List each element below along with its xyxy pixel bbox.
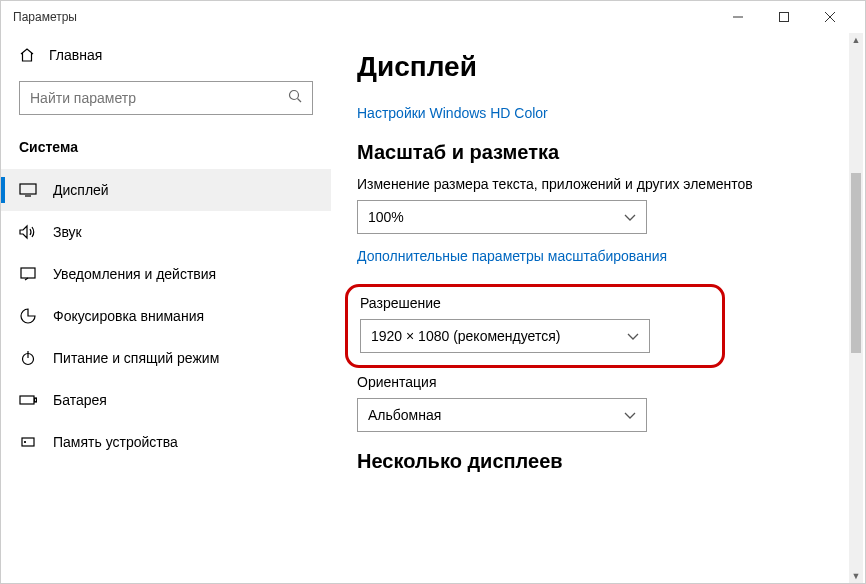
search-icon	[288, 89, 302, 107]
sidebar-item-label: Питание и спящий режим	[53, 350, 219, 366]
sidebar-item-label: Память устройства	[53, 434, 178, 450]
search-input[interactable]	[30, 90, 288, 106]
sidebar-item-label: Фокусировка внимания	[53, 308, 204, 324]
svg-point-4	[290, 91, 299, 100]
sidebar-section-label: Система	[1, 133, 331, 169]
main-panel: Дисплей Настройки Windows HD Color Масшт…	[331, 33, 865, 583]
svg-rect-1	[780, 13, 789, 22]
scrollbar-up-icon[interactable]: ▲	[849, 33, 863, 47]
resolution-label: Разрешение	[360, 295, 710, 311]
sidebar-item-power[interactable]: Питание и спящий режим	[1, 337, 331, 379]
scale-label: Изменение размера текста, приложений и д…	[357, 176, 825, 192]
scale-value: 100%	[368, 209, 404, 225]
scrollbar-down-icon[interactable]: ▼	[849, 569, 863, 583]
chevron-down-icon	[624, 407, 636, 423]
svg-rect-6	[20, 184, 36, 194]
maximize-button[interactable]	[761, 1, 807, 33]
chevron-down-icon	[627, 328, 639, 344]
sidebar-item-storage[interactable]: Память устройства	[1, 421, 331, 463]
sidebar-item-display[interactable]: Дисплей	[1, 169, 331, 211]
sidebar-item-notifications[interactable]: Уведомления и действия	[1, 253, 331, 295]
sidebar-item-sound[interactable]: Звук	[1, 211, 331, 253]
advanced-scale-link[interactable]: Дополнительные параметры масштабирования	[357, 248, 825, 264]
sidebar-item-label: Звук	[53, 224, 82, 240]
scale-dropdown[interactable]: 100%	[357, 200, 647, 234]
close-button[interactable]	[807, 1, 853, 33]
resolution-highlight: Разрешение 1920 × 1080 (рекомендуется)	[345, 284, 725, 368]
orientation-dropdown[interactable]: Альбомная	[357, 398, 647, 432]
battery-icon	[19, 391, 37, 409]
svg-rect-11	[20, 396, 34, 404]
orientation-value: Альбомная	[368, 407, 441, 423]
svg-rect-13	[22, 438, 34, 446]
sidebar-item-label: Дисплей	[53, 182, 109, 198]
orientation-label: Ориентация	[357, 374, 825, 390]
scale-heading: Масштаб и разметка	[357, 141, 825, 164]
home-label: Главная	[49, 47, 102, 63]
notifications-icon	[19, 265, 37, 283]
multi-display-heading: Несколько дисплеев	[357, 450, 825, 473]
sound-icon	[19, 223, 37, 241]
chevron-down-icon	[624, 209, 636, 225]
sidebar: Главная Система Дисплей	[1, 33, 331, 583]
page-title: Дисплей	[357, 51, 825, 83]
sidebar-item-label: Батарея	[53, 392, 107, 408]
storage-icon	[19, 433, 37, 451]
svg-point-14	[25, 442, 26, 443]
display-icon	[19, 181, 37, 199]
home-link[interactable]: Главная	[1, 37, 331, 77]
minimize-button[interactable]	[715, 1, 761, 33]
svg-rect-8	[21, 268, 35, 278]
hd-color-link[interactable]: Настройки Windows HD Color	[357, 105, 825, 121]
svg-line-5	[298, 99, 302, 103]
sidebar-item-focus[interactable]: Фокусировка внимания	[1, 295, 331, 337]
search-box[interactable]	[19, 81, 313, 115]
sidebar-item-battery[interactable]: Батарея	[1, 379, 331, 421]
resolution-value: 1920 × 1080 (рекомендуется)	[371, 328, 560, 344]
svg-rect-12	[35, 398, 37, 402]
nav-list: Дисплей Звук Уведомления и действия	[1, 169, 331, 463]
scrollbar[interactable]: ▲ ▼	[849, 33, 863, 583]
window-title: Параметры	[13, 10, 715, 24]
scrollbar-thumb[interactable]	[851, 173, 861, 353]
home-icon	[19, 47, 35, 63]
focus-icon	[19, 307, 37, 325]
resolution-dropdown[interactable]: 1920 × 1080 (рекомендуется)	[360, 319, 650, 353]
power-icon	[19, 349, 37, 367]
titlebar: Параметры	[1, 1, 865, 33]
sidebar-item-label: Уведомления и действия	[53, 266, 216, 282]
